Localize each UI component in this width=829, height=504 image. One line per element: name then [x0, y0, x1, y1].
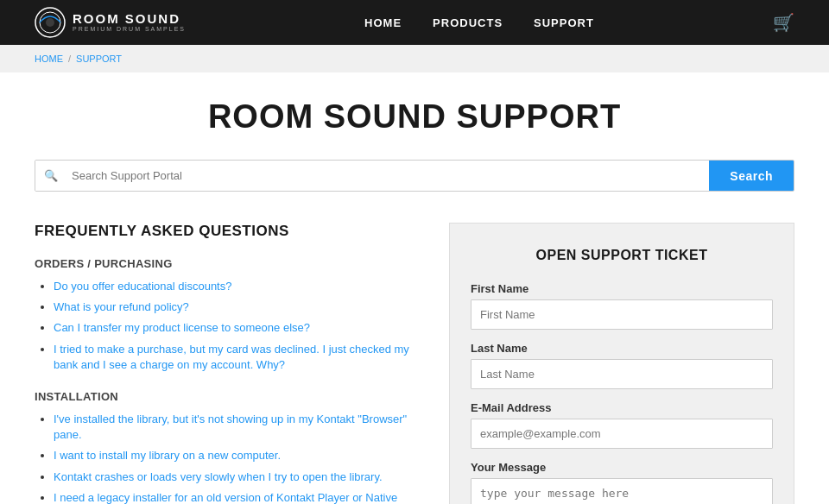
main-nav: HOME PRODUCTS SUPPORT [364, 16, 594, 29]
main-content: ROOM SOUND SUPPORT 🔍 Search FREQUENTLY A… [0, 72, 829, 504]
breadcrumb-separator: / [68, 54, 71, 64]
list-item: I tried to make a purchase, but my card … [54, 342, 414, 373]
faq-section: FREQUENTLY ASKED QUESTIONS ORDERS / PURC… [35, 223, 414, 504]
input-lastname[interactable] [471, 359, 773, 389]
input-message[interactable] [471, 478, 773, 504]
logo-icon [35, 7, 66, 38]
form-group-message: Your Message [471, 461, 773, 504]
list-item: Can I transfer my product license to som… [54, 320, 414, 336]
nav-home[interactable]: HOME [364, 16, 402, 29]
label-firstname: First Name [471, 282, 773, 295]
faq-category-orders: ORDERS / PURCHASING Do you offer educati… [35, 257, 414, 373]
faq-category-installation: INSTALLATION I've installed the library,… [35, 390, 414, 504]
faq-category-title-orders: ORDERS / PURCHASING [35, 257, 414, 270]
list-item: I've installed the library, but it's not… [54, 412, 414, 443]
faq-link[interactable]: Do you offer educational discounts? [54, 280, 231, 293]
breadcrumb-current: SUPPORT [76, 54, 122, 64]
faq-category-title-installation: INSTALLATION [35, 390, 414, 403]
search-bar: 🔍 Search [35, 160, 794, 192]
breadcrumb: HOME / SUPPORT [0, 45, 829, 72]
list-item: What is your refund policy? [54, 299, 414, 315]
page-title: ROOM SOUND SUPPORT [35, 98, 794, 135]
search-input[interactable] [66, 161, 709, 191]
logo-text: ROOM SOUND PREMIUM DRUM SAMPLES [73, 12, 186, 33]
nav-support[interactable]: SUPPORT [534, 16, 594, 29]
svg-point-2 [46, 18, 54, 27]
support-ticket-form: OPEN SUPPORT TICKET First Name Last Name… [449, 223, 794, 504]
nav-products[interactable]: PRODUCTS [433, 16, 503, 29]
header: ROOM SOUND PREMIUM DRUM SAMPLES HOME PRO… [0, 0, 829, 45]
faq-title: FREQUENTLY ASKED QUESTIONS [35, 223, 414, 240]
faq-list-orders: Do you offer educational discounts? What… [35, 279, 414, 373]
faq-link[interactable]: I need a legacy installer for an old ver… [54, 491, 397, 504]
list-item: I need a legacy installer for an old ver… [54, 490, 414, 504]
input-email[interactable] [471, 419, 773, 449]
search-icon: 🔍 [35, 161, 66, 191]
two-col-layout: FREQUENTLY ASKED QUESTIONS ORDERS / PURC… [35, 223, 794, 504]
faq-list-installation: I've installed the library, but it's not… [35, 412, 414, 504]
label-email: E-Mail Address [471, 401, 773, 414]
logo: ROOM SOUND PREMIUM DRUM SAMPLES [35, 7, 186, 38]
faq-link[interactable]: What is your refund policy? [54, 300, 189, 313]
faq-link[interactable]: I tried to make a purchase, but my card … [54, 343, 409, 371]
form-group-lastname: Last Name [471, 342, 773, 389]
cart-icon[interactable]: 🛒 [773, 12, 794, 33]
search-button[interactable]: Search [709, 161, 794, 191]
faq-link[interactable]: Kontakt crashes or loads very slowly whe… [54, 470, 383, 483]
input-firstname[interactable] [471, 299, 773, 330]
logo-sub-text: PREMIUM DRUM SAMPLES [73, 26, 186, 33]
breadcrumb-home[interactable]: HOME [35, 54, 63, 64]
faq-link[interactable]: Can I transfer my product license to som… [54, 321, 310, 334]
label-message: Your Message [471, 461, 773, 474]
list-item: Kontakt crashes or loads very slowly whe… [54, 469, 414, 485]
form-group-firstname: First Name [471, 282, 773, 330]
list-item: Do you offer educational discounts? [54, 279, 414, 294]
ticket-title: OPEN SUPPORT TICKET [471, 248, 773, 263]
logo-main-text: ROOM SOUND [73, 12, 186, 27]
faq-link[interactable]: I've installed the library, but it's not… [54, 413, 407, 441]
label-lastname: Last Name [471, 342, 773, 355]
form-group-email: E-Mail Address [471, 401, 773, 449]
list-item: I want to install my library on a new co… [54, 448, 414, 463]
faq-link[interactable]: I want to install my library on a new co… [54, 449, 281, 462]
